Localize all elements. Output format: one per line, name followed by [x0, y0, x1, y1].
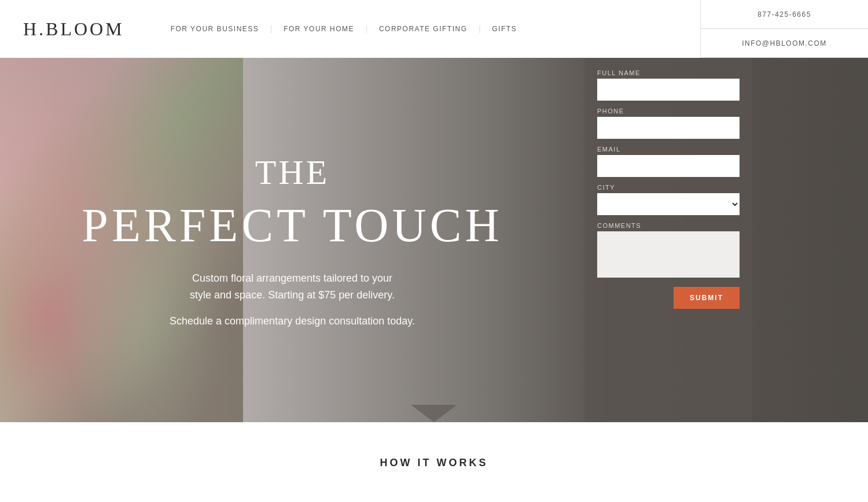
city-label: CITY [597, 184, 740, 191]
email-display[interactable]: INFO@HBLOOM.COM [701, 29, 868, 58]
phone-label: PHONE [597, 108, 740, 115]
phone-input[interactable] [597, 117, 740, 139]
step-1-number: 1 [192, 498, 213, 502]
step-1: 1 [87, 498, 318, 502]
step-2: 2 [318, 498, 550, 502]
email-label: EMAIL [597, 146, 740, 153]
nav-gifts[interactable]: GIFTS [480, 25, 528, 33]
nav-home[interactable]: FOR YOUR HOME [272, 25, 366, 33]
hero-arrow [411, 405, 457, 422]
logo[interactable]: H.BLOOM [23, 19, 124, 40]
step-2-number-row: 2 [366, 498, 502, 502]
full-name-input[interactable] [597, 79, 740, 101]
hero-cta: Schedule a complimentary design consulta… [170, 315, 415, 327]
step-3-number-row: 3 [597, 498, 734, 502]
hero-title-line1: THE [255, 153, 330, 193]
header: H.BLOOM FOR YOUR BUSINESS | FOR YOUR HOM… [0, 0, 868, 58]
step-3: 3 [550, 498, 781, 502]
full-name-label: FULL NAME [597, 69, 740, 76]
submit-row: SUBMIT [597, 287, 740, 309]
nav-gifting[interactable]: CORPORATE GIFTING [367, 25, 479, 33]
step-3-number: 3 [655, 498, 676, 502]
phone-field: PHONE [597, 108, 740, 139]
hero-content: THE PERFECT TOUCH Custom floral arrangem… [0, 58, 868, 422]
city-select[interactable] [597, 193, 740, 215]
comments-field: COMMENTS [597, 222, 740, 278]
step-1-number-row: 1 [134, 498, 271, 502]
hero-text-area: THE PERFECT TOUCH Custom floral arrangem… [0, 58, 584, 422]
how-it-works-title: HOW IT WORKS [23, 457, 845, 469]
submit-button[interactable]: SUBMIT [674, 287, 740, 309]
city-field: CITY [597, 184, 740, 215]
step-2-number: 2 [424, 498, 444, 502]
email-input[interactable] [597, 155, 740, 177]
steps-row: 1 2 3 [23, 498, 845, 502]
full-name-field: FULL NAME [597, 69, 740, 101]
how-it-works-section: HOW IT WORKS 1 2 3 [0, 422, 868, 502]
nav-business[interactable]: FOR YOUR BUSINESS [171, 25, 271, 33]
comments-label: COMMENTS [597, 222, 740, 229]
hero-section: THE PERFECT TOUCH Custom floral arrangem… [0, 58, 868, 422]
comments-textarea[interactable] [597, 231, 740, 278]
contact-form: FULL NAME PHONE EMAIL CITY COMMENTS [584, 58, 752, 422]
contact-panel: 877-425-6665 INFO@HBLOOM.COM [700, 0, 868, 58]
hero-subtitle: Custom floral arrangements tailored to y… [190, 270, 395, 304]
phone-display[interactable]: 877-425-6665 [701, 0, 868, 29]
hero-title-line2: PERFECT TOUCH [82, 198, 502, 253]
email-field: EMAIL [597, 146, 740, 177]
